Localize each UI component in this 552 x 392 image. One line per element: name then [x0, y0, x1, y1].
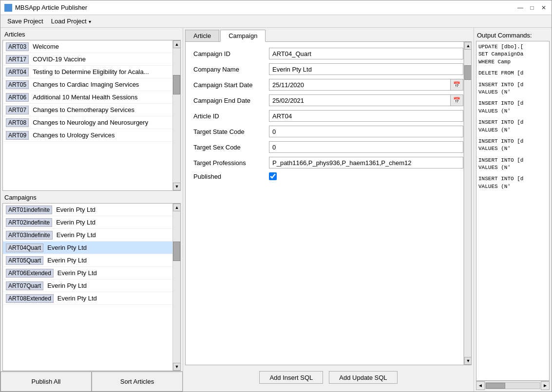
form-scroll-up[interactable]: ▲ [464, 42, 472, 50]
article-label: Changes to Cardiac Imaging Services [33, 81, 139, 88]
form-label: Target Professions [193, 159, 269, 167]
menu-load-project[interactable]: Load Project ▾ [48, 17, 95, 26]
article-list-item[interactable]: ART03Welcome [3, 40, 172, 53]
article-list-item[interactable]: ART09Changes to Urology Services [3, 129, 172, 142]
close-button[interactable]: ✕ [540, 4, 548, 12]
campaign-id: ART08Extended [6, 294, 54, 303]
text-input-4[interactable] [269, 110, 463, 122]
h-scroll-track [485, 382, 540, 389]
form-row: Target Professions [193, 157, 463, 168]
campaign-list-item[interactable]: ART06ExtendedEverin Pty Ltd [3, 267, 172, 280]
calendar-button-3[interactable]: 📅 [451, 94, 463, 106]
campaign-list-item[interactable]: ART07QuartEverin Pty Ltd [3, 280, 172, 292]
tab-campaign[interactable]: Campaign [220, 30, 266, 42]
campaigns-header: Campaigns [0, 191, 183, 203]
output-command-block: INSERT INTO [d VALUES (N' [478, 119, 547, 134]
form-scrollbar[interactable]: ▲ ▼ [463, 42, 471, 365]
publish-all-button[interactable]: Publish All [0, 372, 92, 392]
campaign-label: Everin Pty Ltd [57, 269, 97, 277]
scroll-thumb [173, 75, 180, 94]
article-id: ART06 [6, 93, 29, 102]
action-buttons: Add Insert SQL Add Update SQL [185, 365, 472, 390]
scroll-up-btn-campaigns[interactable]: ▲ [173, 204, 181, 211]
campaign-id: ART04Quart [6, 243, 43, 252]
campaign-list-item[interactable]: ART08ExtendedEverin Pty Ltd [3, 292, 172, 305]
article-list-item[interactable]: ART06Additional 10 Mental Health Session… [3, 91, 172, 104]
form-scroll-thumb [464, 65, 472, 80]
maximize-button[interactable]: □ [528, 4, 536, 12]
window-title: MBSApp Article Publisher [15, 4, 516, 11]
date-input-2[interactable] [269, 79, 451, 91]
campaign-id: ART01indefinite [6, 205, 52, 214]
form-label: Campaign Start Date [193, 81, 269, 89]
campaign-label: Everin Pty Ltd [57, 295, 97, 302]
form-label: Campaign End Date [193, 97, 269, 104]
text-input-5[interactable] [269, 126, 463, 137]
campaign-label: Everin Pty Ltd [47, 282, 87, 289]
article-list-item[interactable]: ART07Changes to Chemotherapy Services [3, 104, 172, 116]
form-scroll-down[interactable]: ▼ [464, 357, 472, 365]
scroll-left-btn[interactable]: ◄ [476, 381, 485, 390]
text-input-7[interactable] [269, 157, 463, 168]
campaigns-scrollbar[interactable]: ▲ ▼ [172, 204, 180, 371]
campaigns-section: Campaigns ART01indefiniteEverin Pty LtdA… [0, 191, 183, 371]
form-row: Target Sex Code [193, 141, 463, 153]
campaign-label: Everin Pty Ltd [56, 206, 95, 213]
article-id: ART03 [6, 42, 29, 51]
add-insert-sql-button[interactable]: Add Insert SQL [259, 371, 323, 384]
campaign-id: ART07Quart [6, 281, 43, 290]
form-label: Campaign ID [193, 50, 269, 57]
scroll-down-btn[interactable]: ▼ [173, 183, 181, 190]
scroll-up-btn[interactable]: ▲ [173, 40, 181, 48]
text-input-0[interactable] [269, 48, 463, 59]
add-update-sql-button[interactable]: Add Update SQL [329, 371, 397, 384]
article-id: ART08 [6, 118, 29, 127]
calendar-button-2[interactable]: 📅 [451, 79, 463, 91]
campaigns-scroll-thumb [173, 242, 180, 261]
article-list-item[interactable]: ART04Testing to Determine Eligibility fo… [3, 66, 172, 78]
campaign-list-item[interactable]: ART03IndefiniteEverin Pty Ltd [3, 229, 172, 242]
articles-list-container: ART03WelcomeART17COVID-19 VaccineART04Te… [2, 40, 181, 191]
main-content: Articles ART03WelcomeART17COVID-19 Vacci… [0, 28, 552, 392]
form-row: Published [193, 172, 463, 180]
text-input-1[interactable] [269, 63, 463, 75]
published-checkbox[interactable] [269, 172, 277, 180]
articles-scrollbar[interactable]: ▲ ▼ [172, 40, 180, 190]
campaign-label: Everin Pty Ltd [56, 219, 95, 226]
minimize-button[interactable]: — [516, 4, 524, 12]
campaigns-list-container: ART01indefiniteEverin Pty LtdART02indefi… [2, 203, 181, 371]
articles-header: Articles [0, 28, 183, 40]
article-id: ART04 [6, 68, 29, 76]
article-id: ART07 [6, 106, 29, 114]
right-panel: Output Commands: UPDATE [dbo].[SET Campa… [474, 28, 552, 392]
output-command-block: INSERT INTO [d VALUES (N' [478, 157, 547, 172]
scroll-down-btn-campaigns[interactable]: ▼ [173, 363, 181, 371]
output-command-block: DELETE FROM [d [478, 70, 547, 77]
article-id: ART05 [6, 80, 29, 89]
campaign-id: ART03Indefinite [6, 231, 53, 240]
campaign-label: Everin Pty Ltd [47, 257, 87, 264]
campaign-list-item[interactable]: ART05QuartEverin Pty Ltd [3, 254, 172, 267]
article-list-item[interactable]: ART08Changes to Neurology and Neurosurge… [3, 116, 172, 129]
form-row: Company Name [193, 63, 463, 75]
campaign-list-item[interactable]: ART04QuartEverin Pty Ltd [3, 242, 172, 254]
campaign-list-item[interactable]: ART02indefiniteEverin Pty Ltd [3, 216, 172, 229]
campaign-label: Everin Pty Ltd [57, 231, 96, 239]
campaign-list-item[interactable]: ART01indefiniteEverin Pty Ltd [3, 204, 172, 216]
menu-save-project[interactable]: Save Project [4, 17, 46, 26]
scroll-right-btn[interactable]: ► [541, 381, 550, 390]
sort-articles-button[interactable]: Sort Articles [92, 372, 183, 392]
form-row: Campaign End Date📅 [193, 94, 463, 106]
tab-article[interactable]: Article [185, 30, 219, 42]
date-input-3[interactable] [269, 94, 451, 106]
campaign-id: ART05Quart [6, 256, 43, 265]
articles-list: ART03WelcomeART17COVID-19 VaccineART04Te… [3, 40, 172, 142]
article-list-item[interactable]: ART05Changes to Cardiac Imaging Services [3, 78, 172, 91]
text-input-6[interactable] [269, 141, 463, 153]
form-label: Published [193, 173, 269, 180]
article-list-item[interactable]: ART17COVID-19 Vaccine [3, 53, 172, 66]
article-label: Changes to Urology Services [33, 131, 114, 139]
output-header: Output Commands: [476, 30, 550, 41]
output-command-block: INSERT INTO [d VALUES (N' [478, 175, 547, 190]
output-command-block: INSERT INTO [d VALUES (N' [478, 81, 547, 96]
